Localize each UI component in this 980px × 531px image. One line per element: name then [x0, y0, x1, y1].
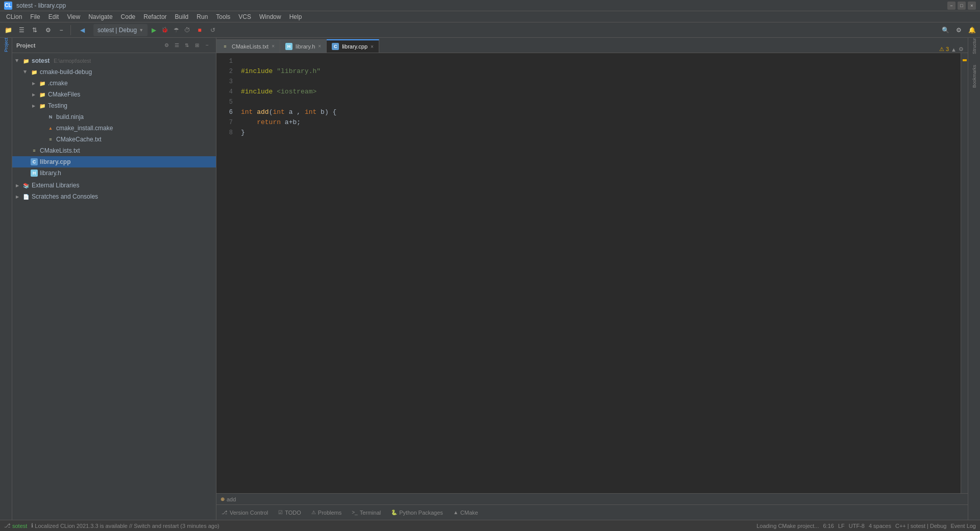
tree-label-scratches: Scratches and Consoles: [32, 193, 98, 200]
rerun-button[interactable]: ↺: [207, 24, 219, 36]
status-line-ending[interactable]: LF: [838, 523, 845, 529]
tree-label-library-h: library.h: [40, 170, 61, 177]
bottom-tab-terminal[interactable]: >_ Terminal: [347, 505, 386, 520]
bottom-tab-todo-label: TODO: [285, 510, 301, 516]
menu-tools[interactable]: Tools: [212, 12, 234, 21]
toolbar-collapse-button[interactable]: −: [55, 24, 67, 36]
run-configuration[interactable]: sotest | Debug ▼: [93, 24, 148, 36]
tab-actions-button[interactable]: ⚙: [959, 46, 964, 53]
status-position[interactable]: 6:16: [823, 523, 834, 529]
menu-file[interactable]: File: [26, 12, 44, 21]
cmake-install-icon: ▲: [47, 125, 54, 132]
bottom-tab-version-control[interactable]: ⎇ Version Control: [216, 505, 273, 520]
run-button[interactable]: ▶: [149, 25, 159, 35]
tree-item-cmake[interactable]: ▶ 📁 .cmake: [12, 78, 216, 89]
menu-window[interactable]: Window: [255, 12, 285, 21]
bottom-tab-cmake-label: CMake: [460, 510, 478, 516]
status-vcs[interactable]: ⎇ sotest: [4, 522, 27, 529]
tree-collapse-button[interactable]: −: [203, 41, 212, 50]
tree-arrow-external-libraries: ▶: [14, 182, 20, 188]
tree-item-cmake-install[interactable]: ▶ ▲ cmake_install.cmake: [12, 123, 216, 134]
menu-edit[interactable]: Edit: [44, 12, 63, 21]
status-indent-label: 4 spaces: [869, 523, 891, 529]
status-bar: ⎇ sotest ℹ Localized CLion 2021.3.3 is a…: [0, 520, 980, 531]
stop-button[interactable]: ■: [193, 24, 206, 36]
tab-warning-indicator[interactable]: ⚠ 3: [939, 46, 949, 53]
status-event-log[interactable]: Event Log: [950, 523, 976, 529]
tree-item-cmakelists[interactable]: ▶ ≡ CMakeLists.txt: [12, 145, 216, 156]
line-num-5: 5: [216, 97, 233, 107]
tree-label-external-libraries: External Libraries: [32, 182, 79, 189]
tab-library-h[interactable]: H library.h ×: [280, 39, 327, 53]
breadcrumb-add[interactable]: ⊕ add: [220, 496, 236, 502]
tree-item-build-ninja[interactable]: ▶ N build.ninja: [12, 111, 216, 123]
menu-run[interactable]: Run: [192, 12, 212, 21]
bookmarks-panel-button[interactable]: Bookmarks: [969, 71, 979, 82]
menu-clion[interactable]: CLion: [2, 12, 26, 21]
tree-expand-button[interactable]: ⊞: [192, 41, 202, 50]
tree-item-library-cpp[interactable]: ▶ C library.cpp: [12, 156, 216, 167]
file-tree-panel: Project ⚙ ☰ ⇅ ⊞ − ▶ 📁 sotest E:\armopt\s…: [12, 38, 216, 520]
tree-item-cmakefiles[interactable]: ▶ 📁 CMakeFiles: [12, 89, 216, 100]
bottom-tab-cmake[interactable]: ▲ CMake: [448, 505, 483, 520]
tab-cmakelists-close[interactable]: ×: [272, 43, 275, 49]
status-context[interactable]: C++ | sotest | Debug: [895, 523, 947, 529]
tree-sort-button[interactable]: ⇅: [182, 41, 191, 50]
tree-label-build-ninja: build.ninja: [56, 113, 84, 120]
coverage-button[interactable]: ☂: [171, 25, 181, 35]
external-libraries-icon: 📚: [22, 182, 30, 189]
menu-view[interactable]: View: [63, 12, 84, 21]
menu-refactor[interactable]: Refactor: [139, 12, 170, 21]
tree-item-external-libraries[interactable]: ▶ 📚 External Libraries: [12, 180, 216, 191]
main-content: Project Project ⚙ ☰ ⇅ ⊞ − ▶ 📁 sotest E:\…: [0, 38, 980, 520]
status-indent[interactable]: 4 spaces: [869, 523, 891, 529]
close-button[interactable]: ×: [968, 2, 976, 10]
toolbar-settings-right-button[interactable]: ⚙: [952, 24, 965, 36]
title-bar-controls[interactable]: − □ ×: [947, 2, 976, 10]
toolbar-sort-button[interactable]: ⇅: [29, 24, 41, 36]
status-update-notification[interactable]: ℹ Localized CLion 2021.3.3 is available …: [31, 522, 219, 529]
status-vcs-label: sotest: [12, 523, 27, 529]
profile-button[interactable]: ⏱: [182, 25, 192, 35]
bottom-tab-todo[interactable]: ☑ TODO: [273, 505, 306, 520]
status-encoding[interactable]: UTF-8: [849, 523, 865, 529]
tab-scroll-up-button[interactable]: ▲: [951, 46, 957, 53]
tree-item-scratches[interactable]: ▶ 📄 Scratches and Consoles: [12, 191, 216, 202]
bottom-tab-problems[interactable]: ⚠ Problems: [306, 505, 347, 520]
sidebar-project-icon[interactable]: Project: [1, 40, 11, 50]
menu-code[interactable]: Code: [117, 12, 140, 21]
tab-library-cpp-icon: C: [332, 43, 339, 50]
file-tree-header: Project ⚙ ☰ ⇅ ⊞ −: [12, 38, 216, 53]
tree-item-cmakecache[interactable]: ▶ ≡ CMakeCache.txt: [12, 134, 216, 145]
maximize-button[interactable]: □: [958, 2, 966, 10]
menu-help[interactable]: Help: [285, 12, 306, 21]
toolbar-settings-button[interactable]: ⚙: [42, 24, 54, 36]
project-icon-button[interactable]: 📁: [2, 24, 14, 36]
tree-item-testing[interactable]: ▶ 📁 Testing: [12, 100, 216, 111]
tree-label-cmake: .cmake: [48, 80, 68, 87]
tab-cmakelists[interactable]: ≡ CMakeLists.txt ×: [216, 39, 280, 53]
menu-navigate[interactable]: Navigate: [84, 12, 116, 21]
tab-library-cpp[interactable]: C library.cpp ×: [327, 39, 379, 53]
menu-build[interactable]: Build: [171, 12, 193, 21]
toolbar-list-button[interactable]: ☰: [15, 24, 28, 36]
toolbar-notifications-button[interactable]: 🔔: [966, 24, 978, 36]
code-content[interactable]: #include "library.h" #include <iostream>…: [237, 53, 958, 493]
tab-library-h-close[interactable]: ×: [318, 43, 321, 49]
file-tree-title: Project: [16, 42, 35, 49]
tree-root-sotest[interactable]: ▶ 📁 sotest E:\armopt\sotest: [12, 55, 216, 66]
back-nav-button[interactable]: ◀: [76, 24, 88, 36]
run-config-dropdown-icon[interactable]: ▼: [139, 28, 143, 33]
minimize-button[interactable]: −: [947, 2, 955, 10]
bottom-tab-python-packages[interactable]: 🐍 Python Packages: [386, 505, 448, 520]
tree-settings-button[interactable]: ⚙: [162, 41, 171, 50]
structure-panel-button[interactable]: Structure: [969, 40, 979, 50]
tab-library-cpp-close[interactable]: ×: [371, 44, 374, 50]
toolbar-search-button[interactable]: 🔍: [939, 24, 951, 36]
tree-list-button[interactable]: ☰: [172, 41, 181, 50]
terminal-icon: >_: [352, 510, 357, 515]
tree-item-library-h[interactable]: ▶ H library.h: [12, 167, 216, 179]
menu-vcs[interactable]: VCS: [234, 12, 255, 21]
tree-item-cmake-build-debug[interactable]: ▶ 📁 cmake-build-debug: [12, 66, 216, 78]
debug-button[interactable]: 🐞: [160, 25, 170, 35]
